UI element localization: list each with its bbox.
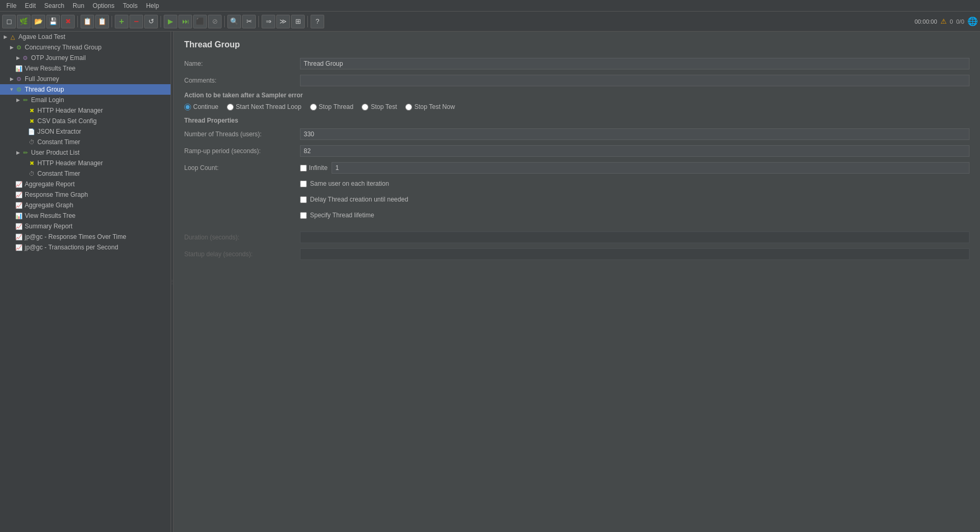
menu-options[interactable]: Options (88, 1, 118, 11)
radio-stop-thread[interactable]: Stop Thread (310, 103, 354, 111)
agave-label: Agave Load Test (18, 33, 65, 41)
je-label: JSON Extractor (37, 128, 81, 135)
infinite-label[interactable]: Infinite (300, 164, 327, 172)
tree-item-jpgc-transactions[interactable]: 📈 jp@gc - Transactions per Second (0, 242, 171, 253)
startup-delay-input[interactable] (300, 248, 969, 260)
menu-file[interactable]: File (2, 1, 21, 11)
tree-item-view-results-2[interactable]: 📊 View Results Tree (0, 210, 171, 221)
num-threads-input[interactable] (300, 128, 969, 140)
tg-icon: ⚙ (15, 85, 23, 94)
remote-start-all-button[interactable]: ≫ (276, 15, 290, 28)
cut-button[interactable]: ✂ (242, 15, 256, 28)
tree-item-aggregate-graph[interactable]: 📈 Aggregate Graph (0, 200, 171, 210)
tree-item-json-extractor[interactable]: 📄 JSON Extractor (0, 126, 171, 137)
toggle-otp: ▶ (15, 55, 21, 61)
tree-item-view-results-1[interactable]: 📊 View Results Tree (0, 63, 171, 74)
menu-edit[interactable]: Edit (21, 1, 40, 11)
rtg-label: Response Time Graph (25, 191, 88, 198)
copy-button[interactable]: 📋 (81, 15, 94, 28)
tree-item-csv-data[interactable]: ✖ CSV Data Set Config (0, 116, 171, 126)
action-error-section: Action to be taken after a Sampler error… (184, 92, 969, 111)
menu-run[interactable]: Run (68, 1, 88, 11)
ct1-label: Constant Timer (37, 138, 80, 146)
menu-search[interactable]: Search (40, 1, 68, 11)
toggle-tg: ▼ (8, 87, 15, 92)
tree-item-aggregate-report[interactable]: 📈 Aggregate Report (0, 179, 171, 189)
save-button[interactable]: 💾 (46, 15, 60, 28)
template-button[interactable]: 🌿 (17, 15, 31, 28)
clear-button[interactable]: ✖ (61, 15, 75, 28)
sr-icon: 📈 (15, 222, 23, 230)
loop-count-input[interactable] (332, 162, 969, 174)
tree-item-user-product-list[interactable]: ▶ ✏ User Product List (0, 147, 171, 158)
infinite-checkbox[interactable] (300, 165, 307, 172)
undo-button[interactable]: ↺ (144, 15, 158, 28)
tree-item-full-journey[interactable]: ▶ ⚙ Full Journey (0, 74, 171, 84)
csv-label: CSV Data Set Config (37, 117, 97, 125)
tree-item-jpgc-response[interactable]: 📈 jp@gc - Response Times Over Time (0, 232, 171, 242)
open-button[interactable]: 📂 (32, 15, 45, 28)
tree-item-thread-group[interactable]: ▼ ⚙ Thread Group (0, 84, 171, 95)
menubar: File Edit Search Run Options Tools Help (0, 0, 980, 12)
remove-button[interactable]: − (129, 15, 143, 28)
tree-item-agave[interactable]: ▶ △ Agave Load Test (0, 32, 171, 42)
add-button[interactable]: + (115, 15, 128, 28)
vr2-label: View Results Tree (25, 212, 76, 219)
startup-delay-label: Startup delay (seconds): (184, 250, 300, 258)
el-icon: ✏ (21, 96, 29, 104)
delay-creation-checkbox[interactable] (300, 196, 307, 203)
tree-item-email-login[interactable]: ▶ ✏ Email Login (0, 95, 171, 105)
num-threads-row: Number of Threads (users): (184, 128, 969, 140)
fj-label: Full Journey (25, 75, 59, 83)
start-no-pause-button[interactable]: ⏭ (178, 15, 192, 28)
specify-lifetime-label[interactable]: Specify Thread lifetime (300, 212, 374, 219)
inspect-button[interactable]: 🔍 (227, 15, 241, 28)
je-icon: 📄 (27, 127, 36, 136)
radio-start-next[interactable]: Start Next Thread Loop (227, 103, 302, 111)
delay-creation-label[interactable]: Delay Thread creation until needed (300, 196, 408, 203)
radio-stop-test-now[interactable]: Stop Test Now (405, 103, 455, 111)
tree-item-http-header-2[interactable]: ✖ HTTP Header Manager (0, 158, 171, 168)
new-button[interactable]: ◻ (2, 15, 16, 28)
panel-title: Thread Group (184, 40, 969, 49)
duration-row: Duration (seconds): (184, 232, 969, 243)
tree-item-concurrency[interactable]: ▶ ⚙ Concurrency Thread Group (0, 42, 171, 53)
jpgct-label: jp@gc - Transactions per Second (25, 244, 118, 251)
duration-input[interactable] (300, 232, 969, 243)
tg-label: Thread Group (25, 86, 64, 93)
warning-icon: ⚠ (941, 17, 947, 25)
start-button[interactable]: ▶ (164, 15, 177, 28)
tree-item-constant-timer-2[interactable]: ⏱ Constant Timer (0, 168, 171, 179)
menu-help[interactable]: Help (142, 1, 163, 11)
same-user-checkbox[interactable] (300, 180, 307, 187)
specify-lifetime-checkbox[interactable] (300, 212, 307, 219)
ct2-label: Constant Timer (37, 170, 80, 177)
paste-button[interactable]: 📋 (95, 15, 109, 28)
toggle-concurrency: ▶ (8, 45, 15, 50)
comments-row: Comments: (184, 75, 969, 86)
help-button[interactable]: ? (311, 15, 324, 28)
shutdown-button[interactable]: ⊘ (208, 15, 222, 28)
tree-item-otp[interactable]: ▶ ⚙ OTP Journey Email (0, 53, 171, 63)
radio-stop-test[interactable]: Stop Test (362, 103, 397, 111)
thread-props-title: Thread Properties (184, 117, 969, 124)
remote-stop-button[interactable]: ⊞ (291, 15, 305, 28)
sr-label: Summary Report (25, 223, 73, 230)
name-input[interactable] (300, 58, 969, 69)
ramp-up-input[interactable] (300, 145, 969, 157)
tree-item-constant-timer-1[interactable]: ⏱ Constant Timer (0, 137, 171, 147)
radio-continue[interactable]: Continue (184, 103, 218, 111)
toggle-agave: ▶ (2, 34, 8, 39)
jpgcr-label: jp@gc - Response Times Over Time (25, 233, 126, 240)
tree-item-response-time-graph[interactable]: 📈 Response Time Graph (0, 189, 171, 200)
tree-item-http-header-1[interactable]: ✖ HTTP Header Manager (0, 105, 171, 116)
stop-button[interactable]: ⬛ (193, 15, 207, 28)
same-user-label[interactable]: Same user on each iteration (300, 180, 389, 187)
toolbar: ◻ 🌿 📂 💾 ✖ 📋 📋 + − ↺ ▶ ⏭ ⬛ ⊘ 🔍 ✂ ⇒ ≫ ⊞ ? … (0, 12, 980, 32)
action-error-title: Action to be taken after a Sampler error (184, 92, 969, 99)
tree-item-summary-report[interactable]: 📈 Summary Report (0, 221, 171, 232)
comments-input[interactable] (300, 75, 969, 86)
menu-tools[interactable]: Tools (118, 1, 142, 11)
warning-count: 0 (950, 18, 953, 25)
remote-start-button[interactable]: ⇒ (262, 15, 275, 28)
